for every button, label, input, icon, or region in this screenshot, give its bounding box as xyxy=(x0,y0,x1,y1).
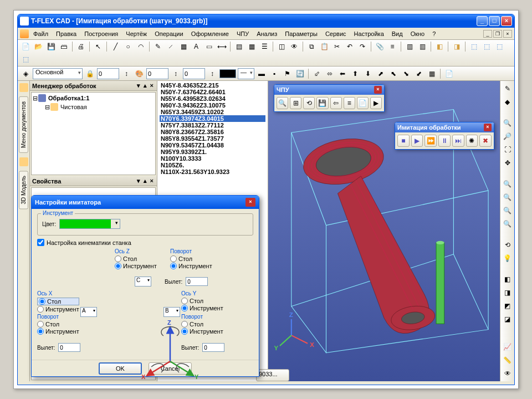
menu-analysis[interactable]: Анализ xyxy=(253,29,280,38)
flag-icon[interactable]: ⚑ xyxy=(282,68,293,79)
print-icon[interactable]: 🖨 xyxy=(75,41,86,52)
line-icon[interactable]: ╱ xyxy=(110,41,121,52)
menu-file[interactable]: Файл xyxy=(30,29,52,38)
rt-chart-icon[interactable]: 📈 xyxy=(502,341,513,352)
rt-zoom-win-icon[interactable]: 🔍 xyxy=(502,178,513,190)
wire1-icon[interactable]: ⬚ xyxy=(468,41,479,52)
rt-zoom-sel-icon[interactable]: 🔍 xyxy=(502,205,513,216)
layer-icon[interactable]: ◈ xyxy=(20,68,31,79)
panel-menu-icon[interactable]: ▾ xyxy=(136,82,141,89)
menu-help[interactable]: ? xyxy=(429,29,439,38)
dim-icon[interactable]: ⟷ xyxy=(216,41,227,52)
rt-fit-icon[interactable]: ⛶ xyxy=(502,144,513,155)
cnc-float-panel[interactable]: ЧПУ × 🔍 ⊞ ⟲ 💾 ⇦ ≡ 📄 ▶ xyxy=(274,84,385,112)
doc-icon[interactable]: 📄 xyxy=(443,68,454,79)
menu-format[interactable]: Оформление xyxy=(188,29,232,38)
sim-play-button[interactable]: ▶ xyxy=(411,135,423,147)
wire4-icon[interactable]: ⬚ xyxy=(20,54,31,65)
menu-cnc[interactable]: ЧПУ xyxy=(233,29,252,38)
menu-edit[interactable]: Правка xyxy=(53,29,80,38)
menu-drawing[interactable]: Чертёж xyxy=(122,29,150,38)
view-icon[interactable]: 👁 xyxy=(289,41,300,52)
col2-icon[interactable]: ▥ xyxy=(417,41,428,52)
save-icon[interactable]: 💾 xyxy=(45,41,57,52)
undo-icon[interactable]: ↶ xyxy=(344,41,355,52)
overhang-left[interactable] xyxy=(58,343,80,352)
m6-icon[interactable]: ⬈ xyxy=(375,68,386,79)
cnc-btn-list[interactable]: ≡ xyxy=(344,97,355,109)
paste-icon[interactable]: 📋 xyxy=(319,41,330,52)
tool-color-combo[interactable] xyxy=(59,219,120,229)
m8-icon[interactable]: ⬊ xyxy=(401,68,412,79)
gcode-line[interactable]: N45Y-8.43635Z2.215 xyxy=(160,82,265,89)
rt-ruler-icon[interactable]: 📏 xyxy=(502,355,513,366)
copy-icon[interactable]: ⧉ xyxy=(306,41,317,52)
m1-icon[interactable]: ⬃ xyxy=(311,68,323,79)
sim-ff-button[interactable]: ⏩ xyxy=(424,135,437,147)
sim-float-close[interactable]: × xyxy=(484,124,492,131)
arc-icon[interactable]: ◠ xyxy=(135,41,146,52)
m2-icon[interactable]: ⬄ xyxy=(324,68,335,79)
rt-rotate-icon[interactable]: ⟲ xyxy=(502,239,513,250)
spin3-icon[interactable]: ↕ xyxy=(207,68,218,79)
props-menu-icon[interactable]: ▾ xyxy=(136,177,141,185)
circle-icon[interactable]: ○ xyxy=(122,41,134,52)
side-tab-icon-2[interactable] xyxy=(19,157,28,166)
rt-iso2-icon[interactable]: ◨ xyxy=(502,287,513,298)
rt-zoom-out-icon[interactable]: 🔎 xyxy=(502,131,513,142)
tree-row-finishing[interactable]: ⊟ Чистовая xyxy=(33,103,154,111)
panel-pin-icon[interactable]: ▴ xyxy=(142,82,148,89)
cnc-btn-4[interactable]: 💾 xyxy=(316,97,328,109)
cursor-icon[interactable]: ↖ xyxy=(93,41,104,52)
axis-y-radio[interactable]: Стол Инструмент xyxy=(181,298,223,311)
props-close-icon[interactable]: × xyxy=(149,177,155,185)
rt-shape-icon[interactable]: ◆ xyxy=(502,96,513,108)
rt-zoom-prev-icon[interactable]: 🔍 xyxy=(502,218,513,229)
redo-icon[interactable]: ↷ xyxy=(357,41,368,52)
maximize-button[interactable]: □ xyxy=(489,16,500,26)
cube2-icon[interactable]: ◨ xyxy=(451,41,462,52)
cnc-float-close[interactable]: × xyxy=(374,86,382,94)
overhang-right[interactable] xyxy=(202,343,224,352)
grid-icon[interactable]: ▦ xyxy=(246,41,257,52)
lock-icon[interactable]: 🔒 xyxy=(84,68,95,79)
gcode-line[interactable]: N105Z6. xyxy=(160,162,265,168)
cnc-btn-play[interactable]: ▶ xyxy=(370,97,382,109)
rt-pan-icon[interactable]: ✥ xyxy=(502,157,513,168)
dialog-titlebar[interactable]: Настройки имитатора × xyxy=(32,196,259,209)
layer-combo[interactable]: Основной xyxy=(33,68,83,79)
open-icon[interactable]: 📂 xyxy=(33,41,44,52)
gcode-line[interactable]: N55Y-6.43958Z3.02634 xyxy=(160,95,265,102)
3d-icon[interactable]: ◫ xyxy=(276,41,287,52)
attach-icon[interactable]: 📎 xyxy=(374,41,385,52)
m4-icon[interactable]: ⬆ xyxy=(350,68,361,79)
menu-service[interactable]: Сервис xyxy=(322,29,350,38)
mdi-restore[interactable]: ❐ xyxy=(493,30,502,38)
rotation-left-radio[interactable]: Стол Инструмент xyxy=(37,321,79,335)
menu-view[interactable]: Вид xyxy=(388,29,406,38)
gcode-line[interactable]: N65Y3.34459Z3.10202 xyxy=(160,109,265,115)
cube1-icon[interactable]: ◧ xyxy=(434,41,445,52)
new-icon[interactable]: 📄 xyxy=(20,41,31,52)
rt-eye-icon[interactable]: 👁 xyxy=(502,368,513,379)
rt-zoom-all-icon[interactable]: 🔍 xyxy=(502,192,513,203)
menu-window[interactable]: Окно xyxy=(407,29,428,38)
sim-step-button[interactable]: ⏭ xyxy=(452,135,464,147)
sim-cancel-button[interactable]: ✖ xyxy=(479,135,492,147)
refresh-icon[interactable]: 🔄 xyxy=(294,68,305,79)
cnc-btn-2[interactable]: ⊞ xyxy=(290,97,301,109)
doc-tab[interactable]: 9033... xyxy=(256,369,289,381)
wire2-icon[interactable]: ⬚ xyxy=(481,41,492,52)
ok-button[interactable]: OK xyxy=(99,362,142,375)
m5-icon[interactable]: ⬇ xyxy=(362,68,374,79)
save-all-icon[interactable]: 🗃 xyxy=(58,41,69,52)
spin2-icon[interactable]: ↕ xyxy=(170,68,181,79)
cnc-btn-1[interactable]: 🔍 xyxy=(277,97,288,109)
menu-params[interactable]: Параметры xyxy=(282,29,321,38)
cnc-btn-back[interactable]: ⇦ xyxy=(330,97,342,109)
m9-icon[interactable]: ⬋ xyxy=(413,68,424,79)
side-tab-3dmodel[interactable]: 3D Модель xyxy=(19,171,28,209)
gcode-line[interactable]: N90Y9.53457Z1.04438 xyxy=(160,142,265,149)
spin-2[interactable] xyxy=(146,68,168,79)
panel-close-icon[interactable]: × xyxy=(149,82,155,89)
